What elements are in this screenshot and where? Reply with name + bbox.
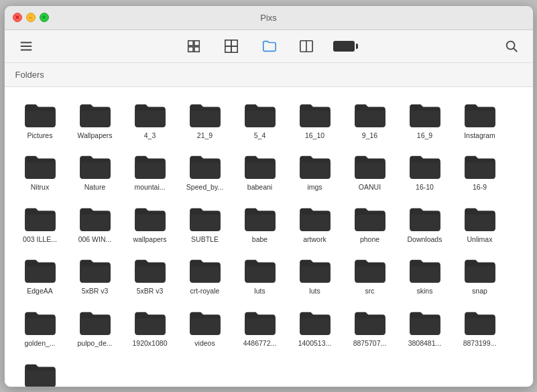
folder-item[interactable]: babeani	[235, 149, 285, 196]
battery-indicator	[333, 36, 355, 57]
folders-section-header: Folders	[5, 63, 533, 87]
folder-item[interactable]: EdgeAA	[15, 253, 65, 300]
folder-item[interactable]: Downloads	[400, 202, 450, 249]
folder-icon	[353, 257, 387, 284]
folder-item[interactable]: Speed_by...	[180, 149, 230, 196]
folder-item[interactable]: 5xBR v3	[125, 253, 175, 300]
toolbar-right	[501, 36, 522, 57]
folder-item[interactable]: 16-9	[455, 149, 505, 196]
folder-item[interactable]: luts	[235, 253, 285, 300]
folder-icon	[78, 310, 112, 336]
folder-item[interactable]: 8873199...	[455, 306, 505, 352]
svg-rect-6	[194, 46, 198, 51]
folder-svg	[243, 310, 277, 336]
folder-item[interactable]: videos	[180, 306, 230, 352]
folder-name: snap	[472, 287, 487, 296]
folder-icon	[463, 153, 497, 180]
folder-item[interactable]: src	[345, 253, 395, 300]
folder-svg	[243, 257, 277, 284]
folder-item[interactable]: 4486772...	[235, 306, 285, 352]
folder-name: luts	[254, 287, 265, 296]
minimize-button[interactable]: −	[26, 13, 36, 22]
folder-item[interactable]: crt-royale	[180, 253, 230, 300]
folder-svg	[408, 206, 442, 233]
folder-item[interactable]: photos	[15, 358, 65, 387]
folder-icon	[353, 206, 387, 233]
folder-item[interactable]: 006 WIN...	[70, 202, 120, 249]
folder-icon	[243, 102, 277, 129]
folder-icon	[298, 102, 332, 129]
close-button[interactable]: ✕	[13, 13, 22, 22]
view-mode-1-button[interactable]	[183, 36, 204, 57]
folder-icon	[133, 206, 167, 233]
folder-item[interactable]: pulpo_de...	[70, 306, 120, 352]
folder-name: 16_9	[417, 131, 432, 141]
search-icon	[504, 39, 519, 54]
folder-name: src	[365, 287, 375, 296]
folder-item[interactable]: 5xBR v3	[70, 253, 120, 300]
folder-icon	[298, 206, 332, 233]
folder-item[interactable]: luts	[290, 253, 340, 300]
folder-name: pulpo_de...	[78, 339, 113, 348]
folder-item[interactable]: artwork	[290, 202, 340, 249]
main-window: ✕ − + Pixs	[4, 5, 534, 387]
folder-icon	[188, 206, 222, 233]
folder-item[interactable]: 9_16	[345, 98, 395, 145]
view-mode-2-button[interactable]	[221, 36, 242, 57]
folder-icon	[23, 362, 57, 387]
folder-svg	[408, 310, 442, 336]
folder-name: 21_9	[197, 131, 213, 141]
folder-item[interactable]: 8875707...	[345, 306, 395, 352]
folder-icon	[408, 153, 442, 180]
folder-item[interactable]: snap	[455, 253, 505, 300]
folder-item[interactable]: mountai...	[125, 149, 175, 196]
folder-item[interactable]: Nitrux	[15, 149, 65, 196]
folder-item[interactable]: Instagram	[455, 98, 505, 145]
folder-item[interactable]: Nature	[70, 149, 120, 196]
folder-svg	[463, 257, 497, 284]
search-button[interactable]	[501, 36, 522, 57]
folder-item[interactable]: golden_...	[15, 306, 65, 352]
folder-item[interactable]: 16_9	[400, 98, 450, 145]
menu-button[interactable]	[15, 36, 37, 57]
folder-item[interactable]: 1920x1080	[125, 306, 175, 352]
folder-icon	[408, 102, 442, 129]
folder-item[interactable]: 1400513...	[290, 306, 340, 352]
folder-svg	[133, 206, 167, 233]
folder-item[interactable]: Pictures	[15, 98, 65, 145]
folder-item[interactable]: Unlimax	[455, 202, 505, 249]
folder-name: 8873199...	[463, 339, 497, 348]
folder-item[interactable]: Wallpapers	[70, 98, 120, 145]
folder-icon	[23, 310, 57, 336]
folder-name: videos	[194, 339, 215, 348]
folder-item[interactable]: 21_9	[180, 98, 230, 145]
folder-item[interactable]: skins	[400, 253, 450, 300]
folder-item[interactable]: phone	[345, 202, 395, 249]
view-mode-4-button[interactable]	[296, 36, 317, 57]
toolbar	[5, 30, 533, 63]
folder-svg	[298, 310, 332, 336]
maximize-button[interactable]: +	[40, 13, 49, 22]
folder-item[interactable]: wallpapers	[125, 202, 175, 249]
folder-icon	[243, 257, 277, 284]
folder-name: 003 ILLE...	[23, 235, 57, 245]
folder-svg	[188, 153, 222, 180]
folder-item[interactable]: imgs	[290, 149, 340, 196]
folder-item[interactable]: 4_3	[125, 98, 175, 145]
folder-name: babe	[252, 235, 267, 245]
folder-item[interactable]: 5_4	[235, 98, 285, 145]
folder-item[interactable]: 3808481...	[400, 306, 450, 352]
folder-item[interactable]: SUBTLE	[180, 202, 230, 249]
folder-svg	[353, 310, 387, 336]
folder-name: artwork	[303, 235, 326, 245]
folder-name: Unlimax	[467, 235, 493, 245]
folder-svg	[188, 206, 222, 233]
folder-item[interactable]: babe	[235, 202, 285, 249]
folder-item[interactable]: 16_10	[290, 98, 340, 145]
folder-item[interactable]: OANUI	[345, 149, 395, 196]
folder-item[interactable]: 003 ILLE...	[15, 202, 65, 249]
folder-icon	[408, 257, 442, 284]
folder-svg	[463, 310, 497, 336]
folder-item[interactable]: 16-10	[400, 149, 450, 196]
view-mode-3-button[interactable]	[258, 36, 280, 57]
